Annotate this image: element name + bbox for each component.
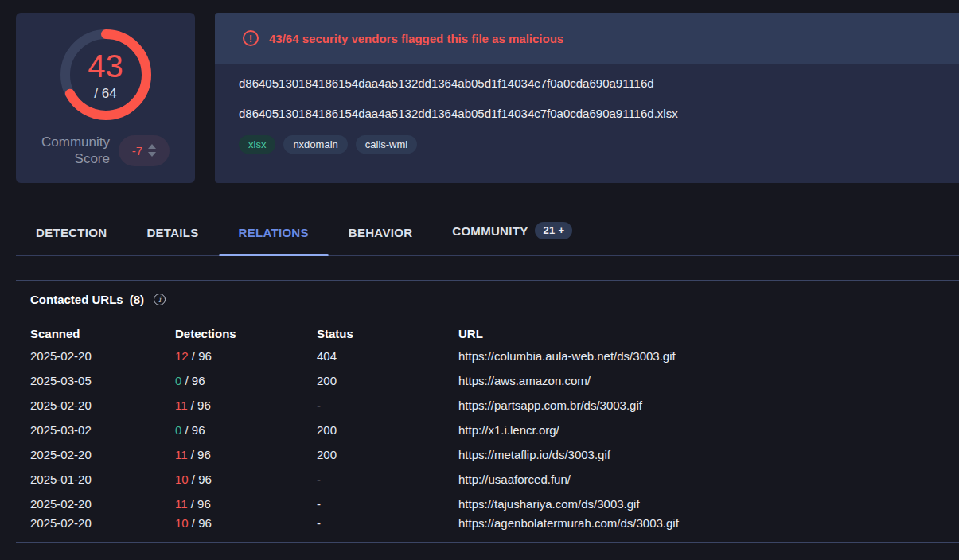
url-link[interactable]: https://agenbolatermurah.com/ds/3003.gif: [458, 516, 679, 530]
status-cell: -: [302, 393, 444, 418]
detections-denominator: / 96: [189, 349, 212, 363]
detection-gauge: 43 / 64: [60, 29, 152, 121]
column-header-status: Status: [302, 317, 444, 344]
url-link[interactable]: http://x1.i.lencr.org/: [458, 423, 559, 437]
community-label-line1: Community: [41, 134, 110, 150]
detections-denominator: / 96: [188, 399, 211, 412]
tab-details-label: DETAILS: [146, 226, 198, 239]
file-info-card: d86405130184186154daa4a5132dd1364ab05d1f…: [215, 64, 959, 183]
url-link[interactable]: https://metaflip.io/ds/3003.gif: [458, 448, 610, 461]
table-header-row: Scanned Detections Status URL: [16, 317, 959, 344]
detections-cell: 10 / 96: [161, 516, 302, 542]
detections-count: 11: [175, 497, 188, 511]
tab-community-label: COMMUNITY: [452, 224, 528, 238]
column-header-detections: Detections: [161, 317, 302, 344]
vote-up-icon[interactable]: [148, 144, 156, 149]
table-row: 2025-03-050 / 96200https://aws.amazon.co…: [16, 368, 959, 393]
malicious-banner: ! 43/64 security vendors flagged this fi…: [215, 13, 959, 64]
tab-details[interactable]: DETAILS: [127, 215, 218, 255]
detections-denominator: / 96: [181, 374, 205, 387]
tab-detection[interactable]: DETECTION: [16, 215, 127, 255]
tag-calls-wmi[interactable]: calls-wmi: [356, 135, 417, 154]
community-score-stepper[interactable]: -7: [119, 135, 170, 166]
detections-cell: 11 / 96: [161, 393, 302, 418]
detections-count: 11: [175, 448, 188, 461]
table-row: 2025-01-2010 / 96-http://usaaforced.fun/: [16, 467, 959, 492]
url-cell: https://tajushariya.com/ds/3003.gif: [444, 492, 959, 516]
scanned-cell: 2025-02-20: [16, 442, 161, 467]
url-cell: https://columbia.aula-web.net/ds/3003.gi…: [444, 344, 959, 368]
scanned-cell: 2025-02-20: [16, 492, 161, 516]
stepper-arrows: [148, 144, 156, 157]
tag-nxdomain[interactable]: nxdomain: [283, 135, 347, 154]
detections-denominator: / 96: [189, 516, 212, 530]
scanned-cell: 2025-01-20: [16, 467, 161, 492]
scanned-cell: 2025-03-02: [16, 418, 161, 442]
url-link[interactable]: https://partsapp.com.br/ds/3003.gif: [458, 399, 642, 412]
file-summary-column: ! 43/64 security vendors flagged this fi…: [215, 13, 959, 183]
scanned-cell: 2025-03-05: [16, 368, 161, 393]
detections-cell: 0 / 96: [161, 368, 302, 393]
status-cell: 200: [302, 368, 444, 393]
contacted-urls-title: Contacted URLs: [30, 293, 123, 306]
tab-community[interactable]: COMMUNITY 21 +: [432, 211, 592, 255]
file-hash: d86405130184186154daa4a5132dd1364ab05d1f…: [239, 76, 943, 90]
url-link[interactable]: https://aws.amazon.com/: [458, 374, 591, 387]
status-cell: -: [302, 492, 444, 516]
detections-denominator: / 96: [188, 497, 211, 511]
gauge-center: 43 / 64: [60, 29, 152, 121]
detection-total: / 64: [94, 86, 116, 102]
contacted-urls-header: Contacted URLs (8) i: [16, 281, 959, 317]
column-header-url: URL: [444, 317, 959, 344]
status-cell: -: [302, 467, 444, 492]
scanned-cell: 2025-02-20: [16, 393, 161, 418]
detections-count: 10: [175, 516, 189, 530]
table-row: 2025-03-020 / 96200http://x1.i.lencr.org…: [16, 418, 959, 442]
detections-count: 12: [175, 349, 189, 363]
url-link[interactable]: https://columbia.aula-web.net/ds/3003.gi…: [458, 349, 676, 363]
top-section: 43 / 64 Community Score -7 ! 43/64 secur…: [0, 0, 959, 183]
contacted-urls-table: Scanned Detections Status URL 2025-02-20…: [16, 317, 959, 542]
detections-denominator: / 96: [189, 472, 212, 486]
vote-down-icon[interactable]: [148, 152, 156, 157]
detections-cell: 0 / 96: [161, 418, 302, 442]
community-score-label: Community Score: [41, 134, 110, 168]
tab-relations[interactable]: RELATIONS: [219, 215, 329, 255]
community-label-line2: Score: [41, 150, 110, 167]
table-row: 2025-02-2011 / 96200https://metaflip.io/…: [16, 442, 959, 467]
tab-behavior-label: BEHAVIOR: [349, 226, 412, 239]
detections-denominator: / 96: [181, 423, 205, 437]
scanned-cell: 2025-02-20: [16, 344, 161, 368]
contacted-urls-count: (8): [130, 293, 144, 306]
tab-detection-label: DETECTION: [36, 226, 107, 239]
url-link[interactable]: http://usaaforced.fun/: [458, 472, 571, 486]
banner-text: 43/64 security vendors flagged this file…: [269, 32, 563, 45]
tag-xlsx[interactable]: xlsx: [239, 135, 275, 154]
detections-denominator: / 96: [188, 448, 211, 461]
score-card: 43 / 64 Community Score -7: [16, 13, 195, 183]
detections-cell: 12 / 96: [161, 344, 302, 368]
table-row: 2025-02-2012 / 96404https://columbia.aul…: [16, 344, 959, 368]
url-cell: https://metaflip.io/ds/3003.gif: [444, 442, 959, 467]
detections-count: 11: [175, 399, 188, 412]
status-cell: 404: [302, 344, 444, 368]
status-cell: -: [302, 516, 444, 542]
url-cell: http://x1.i.lencr.org/: [444, 418, 959, 442]
url-link[interactable]: https://tajushariya.com/ds/3003.gif: [458, 497, 640, 511]
community-count-badge: 21 +: [535, 222, 572, 239]
info-icon[interactable]: i: [154, 294, 166, 305]
url-cell: https://aws.amazon.com/: [444, 368, 959, 393]
detection-score: 43: [88, 50, 123, 82]
alert-icon: !: [243, 30, 259, 46]
tag-list: xlsx nxdomain calls-wmi: [239, 135, 943, 154]
detections-cell: 10 / 96: [161, 467, 302, 492]
tab-behavior[interactable]: BEHAVIOR: [329, 215, 432, 255]
table-row: 2025-02-2011 / 96-https://partsapp.com.b…: [16, 393, 959, 418]
status-cell: 200: [302, 442, 444, 467]
table-row: 2025-02-2010 / 96-https://agenbolatermur…: [16, 516, 959, 542]
file-name: d86405130184186154daa4a5132dd1364ab05d1f…: [239, 107, 943, 120]
url-cell: https://partsapp.com.br/ds/3003.gif: [444, 393, 959, 418]
url-cell: http://usaaforced.fun/: [444, 467, 959, 492]
detections-count: 10: [175, 472, 189, 486]
scanned-cell: 2025-02-20: [16, 516, 161, 542]
